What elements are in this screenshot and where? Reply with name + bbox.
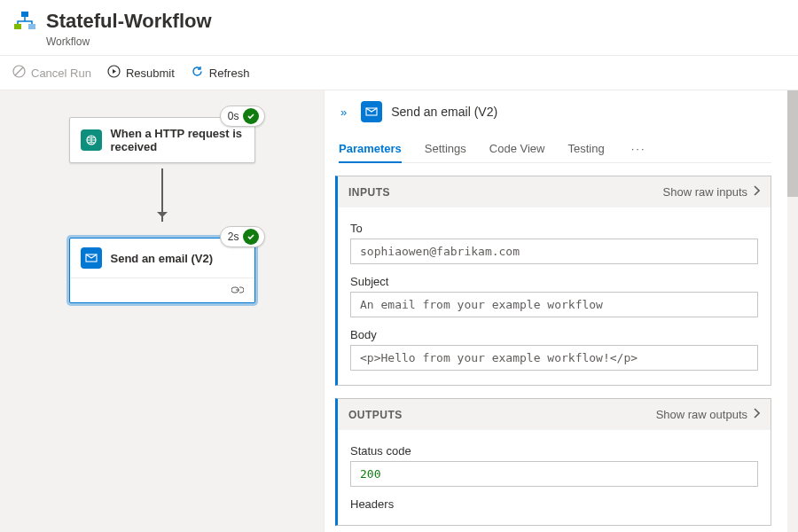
to-label: To (350, 222, 758, 235)
inputs-heading: INPUTS (348, 186, 390, 199)
panel-title: Send an email (V2) (391, 105, 497, 119)
status-code-label: Status code (350, 444, 758, 458)
chevron-right-icon (753, 408, 760, 421)
trigger-status-badge: 0s (220, 106, 265, 127)
trigger-node[interactable]: 0s When a HTTP request is received (69, 117, 255, 163)
svg-rect-2 (28, 24, 35, 29)
designer-canvas[interactable]: 0s When a HTTP request is received 2s Se… (0, 90, 324, 532)
refresh-icon (191, 65, 204, 81)
outputs-heading: OUTPUTS (348, 409, 403, 421)
body-label: Body (350, 328, 758, 341)
link-icon (70, 278, 254, 302)
tab-code-view[interactable]: Code View (489, 135, 545, 162)
resubmit-icon (107, 65, 121, 81)
http-request-icon (81, 129, 102, 151)
logic-app-icon (12, 9, 37, 34)
chevron-right-icon (753, 185, 760, 199)
inputs-card: INPUTS Show raw inputs To sophiaowen@fab… (335, 176, 771, 386)
expand-panel-button[interactable]: » (335, 104, 352, 121)
refresh-button[interactable]: Refresh (191, 65, 250, 81)
resubmit-button[interactable]: Resubmit (107, 65, 175, 81)
cancel-icon (12, 65, 26, 81)
page-header: Stateful-Workflow Workflow (0, 0, 798, 56)
show-raw-outputs-link[interactable]: Show raw outputs (656, 408, 760, 421)
page-title: Stateful-Workflow (46, 10, 212, 33)
tab-testing[interactable]: Testing (567, 135, 604, 162)
tab-settings[interactable]: Settings (425, 135, 466, 162)
check-icon (243, 108, 259, 124)
outputs-card: OUTPUTS Show raw outputs Status code 200… (335, 398, 771, 526)
cancel-run-button: Cancel Run (12, 65, 91, 81)
check-icon (243, 229, 259, 245)
panel-tabs: Parameters Settings Code View Testing ··… (339, 135, 771, 163)
show-raw-inputs-link[interactable]: Show raw inputs (663, 185, 760, 199)
tab-parameters[interactable]: Parameters (339, 135, 402, 162)
svg-rect-1 (14, 24, 21, 29)
page-subtitle: Workflow (46, 35, 786, 48)
svg-rect-0 (21, 12, 28, 17)
body-value[interactable]: <p>Hello from your example workflow!</p> (350, 345, 758, 371)
action-node[interactable]: 2s Send an email (V2) (69, 238, 255, 303)
status-code-value[interactable]: 200 (350, 461, 758, 487)
outlook-icon (81, 247, 102, 269)
panel-scrollbar[interactable] (787, 90, 798, 532)
subject-label: Subject (350, 275, 758, 288)
headers-label: Headers (350, 497, 758, 511)
outlook-icon (361, 101, 382, 122)
tab-overflow-button[interactable]: ··· (628, 137, 650, 160)
svg-line-4 (15, 67, 23, 75)
connector-arrow (161, 168, 163, 222)
to-value[interactable]: sophiaowen@fabrikam.com (350, 239, 758, 264)
details-panel: » Send an email (V2) Parameters Settings… (324, 90, 798, 532)
action-label: Send an email (V2) (111, 252, 214, 265)
trigger-label: When a HTTP request is received (111, 127, 244, 153)
subject-value[interactable]: An email from your example workflow (350, 292, 758, 317)
action-status-badge: 2s (220, 226, 265, 247)
toolbar: Cancel Run Resubmit Refresh (0, 56, 798, 90)
scrollbar-thumb[interactable] (787, 90, 798, 197)
